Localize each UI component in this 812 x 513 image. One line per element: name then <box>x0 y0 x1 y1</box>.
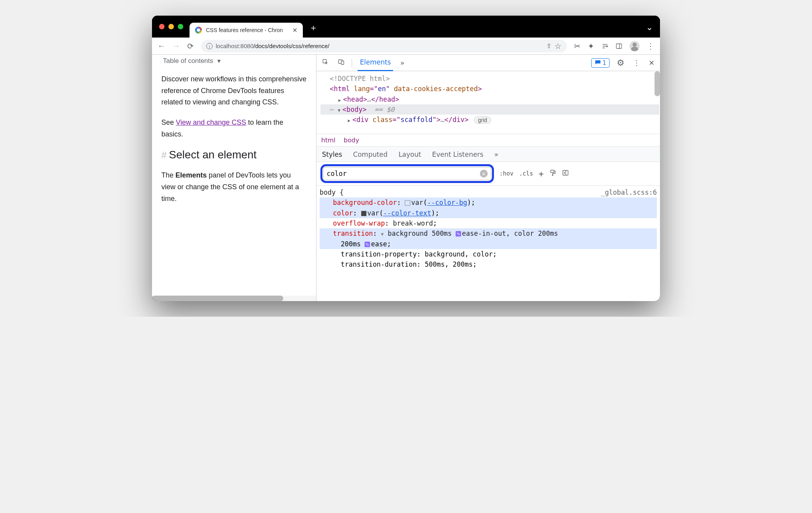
dom-scrollbar[interactable] <box>655 71 660 134</box>
device-toolbar-icon[interactable] <box>336 57 346 69</box>
devtools-close-icon[interactable]: ✕ <box>647 57 656 68</box>
site-info-icon[interactable]: i <box>206 43 213 49</box>
dom-html-open[interactable]: <html lang="en" data-cookies-accepted> <box>320 84 659 94</box>
dom-breadcrumbs: html body <box>317 134 660 146</box>
dom-head[interactable]: ▶<head>…</head> <box>320 94 659 104</box>
devtools-menu-icon[interactable]: ⋮ <box>631 57 642 68</box>
paint-icon[interactable] <box>549 169 556 178</box>
extensions-icon[interactable]: ✦ <box>588 41 594 51</box>
minimize-window-button[interactable] <box>168 24 174 29</box>
decl-overflow-wrap[interactable]: overflow-wrap: break-word; <box>320 218 657 228</box>
dom-body-selected[interactable]: ⋯ ▼<body> == $0 <box>320 104 659 115</box>
horizontal-scrollbar[interactable] <box>152 296 316 301</box>
color-swatch-icon[interactable] <box>405 200 410 206</box>
browser-window: CSS features reference - Chron ✕ ＋ ⌄ ← →… <box>152 16 660 301</box>
menu-button[interactable]: ⋮ <box>647 41 655 51</box>
new-tab-button[interactable]: ＋ <box>309 22 318 34</box>
issues-count: 1 <box>603 59 606 66</box>
rule-source-link[interactable]: _global.scss:6 <box>601 187 657 197</box>
elements-tab[interactable]: Elements <box>358 54 393 71</box>
select-element-heading: #Select an element <box>161 149 307 161</box>
toc-toggle[interactable]: Table of contents ▼ <box>161 55 307 74</box>
hov-toggle[interactable]: :hov <box>499 170 513 177</box>
browser-tab[interactable]: CSS features reference - Chron ✕ <box>190 23 303 38</box>
url-text: localhost:8080/docs/devtools/css/referen… <box>216 43 543 49</box>
crumb-body[interactable]: body <box>344 136 359 144</box>
devtools-pane: Elements » 1 ⚙ ⋮ ✕ <!DOCTYPE html> <html… <box>316 55 660 301</box>
toolbar: ← → ⟳ i localhost:8080/docs/devtools/css… <box>152 38 660 55</box>
chrome-favicon-icon <box>195 27 202 34</box>
computed-sidebar-icon[interactable] <box>562 169 569 178</box>
issues-button[interactable]: 1 <box>591 58 610 68</box>
cls-toggle[interactable]: .cls <box>519 170 533 177</box>
view-change-css-link[interactable]: View and change CSS <box>176 118 246 126</box>
elements-paragraph: The Elements panel of DevTools lets you … <box>161 170 307 204</box>
svg-rect-7 <box>342 61 344 65</box>
more-pane-tabs-icon[interactable]: » <box>494 151 498 158</box>
svg-rect-3 <box>616 44 622 48</box>
devtools-toolbar: Elements » 1 ⚙ ⋮ ✕ <box>317 55 660 71</box>
intro-paragraph: Discover new workflows in this comprehen… <box>161 74 307 108</box>
clear-filter-icon[interactable]: ✕ <box>480 170 488 178</box>
tab-dropdown-button[interactable]: ⌄ <box>646 22 653 32</box>
content-area: Table of contents ▼ Discover new workflo… <box>152 55 660 301</box>
styles-pane-tabs: Styles Computed Layout Event Listeners » <box>317 146 660 162</box>
computed-tab[interactable]: Computed <box>353 151 388 158</box>
forward-button[interactable]: → <box>172 41 180 50</box>
back-button[interactable]: ← <box>157 41 165 50</box>
decl-background-color[interactable]: background-color: var(--color-bg); <box>320 197 657 208</box>
layout-tab[interactable]: Layout <box>399 151 421 158</box>
reload-button[interactable]: ⟳ <box>187 41 194 51</box>
decl-transition-cont[interactable]: 200ms ease; <box>320 239 657 249</box>
filter-highlight: ✕ <box>320 164 494 183</box>
scissors-icon[interactable]: ✂ <box>574 41 581 51</box>
grid-badge[interactable]: grid <box>474 117 491 124</box>
inspect-element-icon[interactable] <box>320 57 331 69</box>
styles-tab[interactable]: Styles <box>322 151 342 158</box>
styles-rules[interactable]: body { _global.scss:6 background-color: … <box>317 186 660 301</box>
decl-transition[interactable]: transition: ▼ background 500ms ease-in-o… <box>320 228 657 239</box>
dom-tree[interactable]: <!DOCTYPE html> <html lang="en" data-coo… <box>317 71 660 134</box>
hash-icon: # <box>161 150 166 160</box>
reading-list-icon[interactable] <box>601 43 608 50</box>
window-controls <box>159 24 183 29</box>
rule-selector[interactable]: body { <box>320 187 343 197</box>
share-icon[interactable]: ⇧ <box>546 42 551 50</box>
close-window-button[interactable] <box>159 24 165 29</box>
svg-rect-8 <box>551 170 554 172</box>
address-bar[interactable]: i localhost:8080/docs/devtools/css/refer… <box>201 40 567 52</box>
decl-color[interactable]: color: var(--color-text); <box>320 208 657 218</box>
rule-header: body { _global.scss:6 <box>320 187 657 197</box>
profile-avatar[interactable] <box>630 41 640 51</box>
svg-rect-9 <box>552 175 553 176</box>
svg-rect-10 <box>563 170 568 175</box>
crumb-html[interactable]: html <box>321 136 335 144</box>
chevron-down-icon: ▼ <box>216 58 222 64</box>
bookmark-icon[interactable]: ☆ <box>554 41 562 51</box>
dom-div-scaffold[interactable]: ▶<div class="scaffold">…</div> grid <box>320 115 659 125</box>
decl-transition-property[interactable]: transition-property: background, color; <box>320 249 657 259</box>
see-paragraph: See View and change CSS to learn the bas… <box>161 117 307 140</box>
page-pane: Table of contents ▼ Discover new workflo… <box>152 55 316 301</box>
settings-gear-icon[interactable]: ⚙ <box>615 56 626 69</box>
bezier-icon[interactable] <box>456 231 461 237</box>
separator <box>352 59 352 67</box>
filter-input-container: ✕ <box>323 167 491 180</box>
color-swatch-icon[interactable] <box>361 211 367 216</box>
toc-label: Table of contents <box>163 57 213 65</box>
maximize-window-button[interactable] <box>178 24 183 29</box>
new-style-rule-icon[interactable]: + <box>538 169 544 179</box>
tab-title: CSS features reference - Chron <box>206 27 288 33</box>
dom-doctype: <!DOCTYPE html> <box>320 74 659 84</box>
bezier-icon[interactable] <box>365 242 370 247</box>
close-tab-button[interactable]: ✕ <box>292 27 297 34</box>
event-listeners-tab[interactable]: Event Listeners <box>432 151 483 158</box>
titlebar: CSS features reference - Chron ✕ ＋ ⌄ <box>152 16 660 38</box>
filter-input[interactable] <box>327 170 480 178</box>
styles-filter-bar: ✕ :hov .cls + <box>317 162 660 186</box>
side-panel-icon[interactable] <box>615 43 622 50</box>
decl-transition-duration[interactable]: transition-duration: 500ms, 200ms; <box>320 259 657 269</box>
more-tabs-icon[interactable]: » <box>399 57 406 68</box>
